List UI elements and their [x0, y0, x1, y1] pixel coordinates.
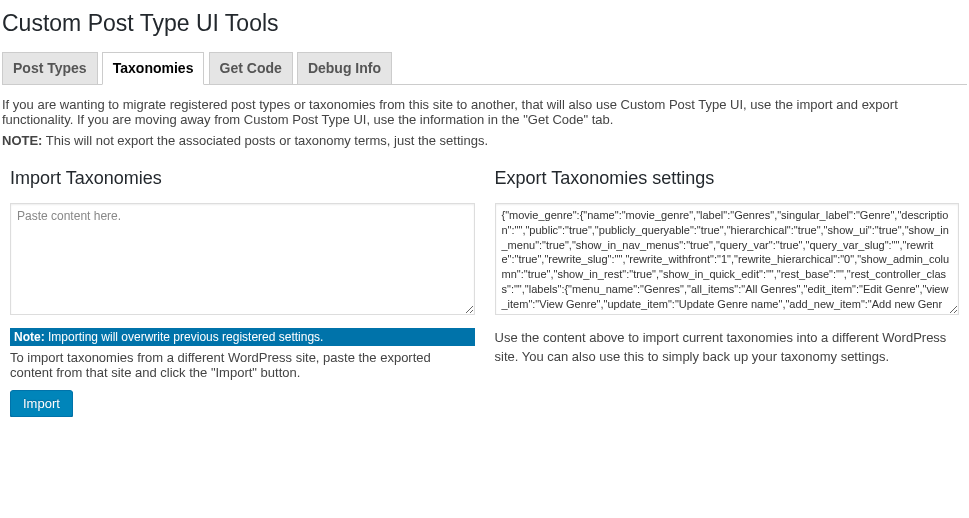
tab-navigation: Post Types Taxonomies Get Code Debug Inf…: [2, 43, 967, 85]
import-warning: Note: Importing will overwrite previous …: [10, 328, 475, 346]
columns-container: Import Taxonomies Note: Importing will o…: [2, 168, 967, 417]
import-textarea[interactable]: [10, 203, 475, 315]
import-button[interactable]: Import: [10, 390, 73, 417]
import-warning-text: Importing will overwrite previous regist…: [45, 330, 324, 344]
export-heading: Export Taxonomies settings: [495, 168, 960, 193]
page-title: Custom Post Type UI Tools: [2, 0, 967, 43]
import-column: Import Taxonomies Note: Importing will o…: [10, 168, 475, 417]
tab-debug-info[interactable]: Debug Info: [297, 52, 392, 85]
tab-get-code[interactable]: Get Code: [209, 52, 293, 85]
migration-note: If you are wanting to migrate registered…: [2, 97, 967, 127]
export-textarea[interactable]: [495, 203, 960, 315]
export-instruction: Use the content above to import current …: [495, 328, 960, 367]
import-warning-label: Note:: [14, 330, 45, 344]
note-label: NOTE:: [2, 133, 42, 148]
import-instruction: To import taxonomies from a different Wo…: [10, 350, 475, 380]
note-text: This will not export the associated post…: [42, 133, 488, 148]
note-line: NOTE: This will not export the associate…: [2, 133, 967, 148]
tab-taxonomies[interactable]: Taxonomies: [102, 52, 205, 85]
import-heading: Import Taxonomies: [10, 168, 475, 193]
export-column: Export Taxonomies settings Use the conte…: [495, 168, 960, 417]
tab-post-types[interactable]: Post Types: [2, 52, 98, 85]
